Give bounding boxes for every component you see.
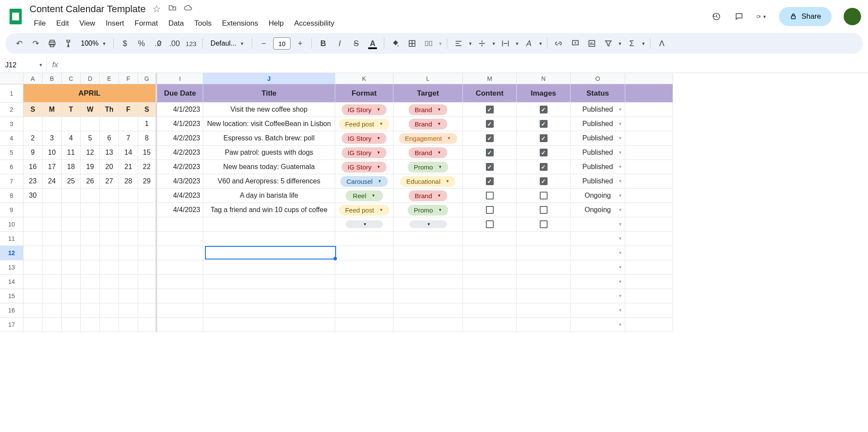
increase-font-button[interactable]: +: [293, 37, 307, 50]
cal-cell[interactable]: [62, 203, 81, 217]
cell-empty[interactable]: [203, 232, 335, 246]
target-chip[interactable]: Promo▼: [408, 205, 448, 216]
cal-cell[interactable]: [43, 289, 62, 303]
cal-cell[interactable]: [138, 289, 157, 303]
zoom-select[interactable]: 100%▼: [78, 40, 109, 47]
weekday-3[interactable]: W: [81, 103, 100, 117]
calendar-month[interactable]: APRIL: [23, 84, 157, 103]
cell-empty[interactable]: [203, 275, 335, 289]
images-checkbox[interactable]: [540, 134, 548, 142]
row-header-9[interactable]: 9: [0, 203, 23, 217]
cal-cell[interactable]: [23, 246, 43, 260]
cell-date[interactable]: [157, 217, 203, 232]
content-checkbox[interactable]: [486, 192, 494, 199]
cell-content[interactable]: [463, 160, 517, 174]
cal-cell[interactable]: [119, 275, 138, 289]
cell-blank[interactable]: [625, 103, 673, 117]
cell-empty[interactable]: [157, 232, 203, 246]
cell-empty[interactable]: [393, 246, 463, 260]
cell-status[interactable]: ▼: [571, 217, 625, 232]
cell-content[interactable]: [463, 117, 517, 131]
header-blank[interactable]: [625, 84, 673, 103]
percent-button[interactable]: %: [135, 37, 149, 50]
cell-format[interactable]: IG Story▼: [335, 160, 393, 174]
cell-empty[interactable]: [335, 275, 393, 289]
row-header-2[interactable]: 2: [0, 103, 23, 117]
cell-format[interactable]: IG Story▼: [335, 146, 393, 160]
cell-title[interactable]: Tag a friend and win 10 cups of coffee: [203, 203, 335, 217]
cell-content[interactable]: [463, 189, 517, 203]
col-header-B[interactable]: B: [43, 73, 62, 84]
col-header-G[interactable]: G: [138, 73, 157, 84]
col-header-O[interactable]: O: [571, 73, 625, 84]
row-header-7[interactable]: 7: [0, 174, 23, 189]
cell-empty[interactable]: [463, 289, 517, 303]
images-checkbox[interactable]: [540, 120, 548, 128]
cal-cell[interactable]: [23, 217, 43, 232]
cal-cell[interactable]: [100, 289, 119, 303]
cell-empty[interactable]: [335, 232, 393, 246]
cell-title[interactable]: V60 and Aeropress: 5 differences: [203, 174, 335, 189]
cell-empty[interactable]: [393, 232, 463, 246]
cell-empty[interactable]: [203, 289, 335, 303]
cal-cell[interactable]: [81, 289, 100, 303]
account-avatar[interactable]: [844, 8, 861, 25]
row-header-6[interactable]: 6: [0, 160, 23, 174]
rotate-button[interactable]: A: [522, 37, 536, 50]
cal-cell[interactable]: [119, 189, 138, 203]
cell-format[interactable]: IG Story▼: [335, 103, 393, 117]
cal-cell[interactable]: [138, 217, 157, 232]
cell-empty[interactable]: [517, 303, 571, 318]
cal-cell[interactable]: [138, 318, 157, 332]
cell-blank[interactable]: [625, 160, 673, 174]
menu-insert[interactable]: Insert: [101, 17, 129, 30]
cell-blank[interactable]: [625, 318, 673, 332]
cal-cell[interactable]: 8: [138, 131, 157, 146]
col-header-M[interactable]: M: [463, 73, 517, 84]
cell-empty[interactable]: [335, 289, 393, 303]
valign-button[interactable]: [475, 37, 489, 50]
cal-cell[interactable]: [81, 275, 100, 289]
cell-blank[interactable]: [625, 189, 673, 203]
decrease-font-button[interactable]: −: [257, 37, 271, 50]
menu-data[interactable]: Data: [164, 17, 188, 30]
cell-images[interactable]: [517, 217, 571, 232]
cell-empty[interactable]: ▼: [571, 318, 625, 332]
menu-tools[interactable]: Tools: [190, 17, 216, 30]
header-target[interactable]: Target: [393, 84, 463, 103]
col-header-blank[interactable]: [625, 73, 673, 84]
cell-date[interactable]: 4/1/2023: [157, 117, 203, 131]
cal-cell[interactable]: [100, 275, 119, 289]
weekday-2[interactable]: T: [62, 103, 81, 117]
cell-empty[interactable]: [335, 303, 393, 318]
cell-blank[interactable]: [625, 131, 673, 146]
cal-cell[interactable]: [119, 318, 138, 332]
header-content[interactable]: Content: [463, 84, 517, 103]
print-button[interactable]: [45, 37, 59, 50]
cal-cell[interactable]: 25: [62, 174, 81, 189]
row-header-10[interactable]: 10: [0, 217, 23, 232]
cal-cell[interactable]: [23, 203, 43, 217]
cell-empty[interactable]: [463, 275, 517, 289]
cal-cell[interactable]: [62, 246, 81, 260]
sheets-logo[interactable]: [7, 8, 24, 25]
cal-cell[interactable]: [100, 318, 119, 332]
format-chip[interactable]: IG Story▼: [342, 147, 387, 158]
cell-images[interactable]: [517, 131, 571, 146]
cal-cell[interactable]: [100, 203, 119, 217]
cell-empty[interactable]: [393, 289, 463, 303]
images-checkbox[interactable]: [540, 220, 548, 228]
cal-cell[interactable]: 26: [81, 174, 100, 189]
content-checkbox[interactable]: [486, 134, 494, 142]
cell-target[interactable]: Engagement▼: [393, 131, 463, 146]
redo-button[interactable]: ↷: [29, 37, 43, 50]
header-format[interactable]: Format: [335, 84, 393, 103]
cal-cell[interactable]: 19: [81, 160, 100, 174]
cell-target[interactable]: ▼: [393, 217, 463, 232]
menu-file[interactable]: File: [30, 17, 50, 30]
cell-empty[interactable]: [157, 260, 203, 275]
filter-button[interactable]: [601, 37, 615, 50]
cell-title[interactable]: [203, 217, 335, 232]
cell-content[interactable]: [463, 174, 517, 189]
cal-cell[interactable]: 10: [43, 146, 62, 160]
